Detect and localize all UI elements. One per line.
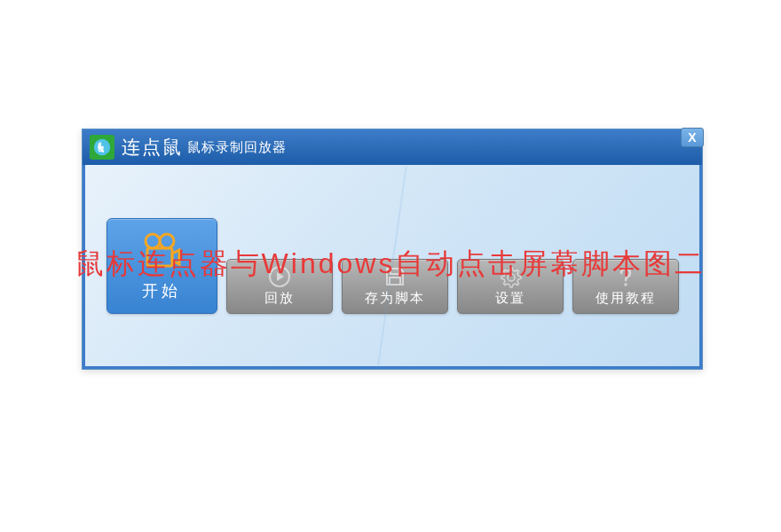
svg-point-8 [624, 283, 627, 286]
app-title-main: 连点鼠 [122, 135, 183, 160]
tutorial-button-label: 使用教程 [596, 290, 656, 307]
content-area: 开始 回放 存为脚 [83, 165, 702, 369]
replay-button[interactable]: 回放 [226, 259, 333, 314]
settings-button-label: 设置 [495, 290, 525, 307]
settings-button[interactable]: 设置 [457, 259, 564, 314]
app-title-sub: 鼠标录制回放器 [187, 139, 287, 156]
svg-point-2 [160, 234, 174, 248]
save-script-button[interactable]: 存为脚本 [342, 259, 448, 314]
svg-point-7 [508, 274, 515, 281]
app-logo-icon [90, 135, 114, 160]
replay-button-label: 回放 [264, 290, 295, 307]
close-icon: X [688, 130, 696, 145]
camera-icon [140, 231, 183, 273]
titlebar: 连点鼠 鼠标录制回放器 X [83, 129, 702, 165]
toolbar: 开始 回放 存为脚 [106, 218, 679, 314]
gear-icon [498, 265, 523, 288]
start-button-label: 开始 [142, 280, 181, 301]
svg-rect-5 [390, 269, 399, 274]
tutorial-button[interactable]: 使用教程 [572, 259, 679, 314]
save-icon [383, 265, 407, 288]
start-button[interactable]: 开始 [106, 218, 217, 314]
app-window: 连点鼠 鼠标录制回放器 X 开始 [82, 129, 703, 370]
svg-rect-3 [147, 248, 172, 266]
help-icon [613, 265, 638, 288]
svg-rect-6 [390, 278, 400, 285]
save-script-button-label: 存为脚本 [365, 290, 425, 307]
close-button[interactable]: X [681, 128, 704, 147]
svg-point-1 [146, 234, 160, 248]
play-icon [267, 265, 292, 288]
